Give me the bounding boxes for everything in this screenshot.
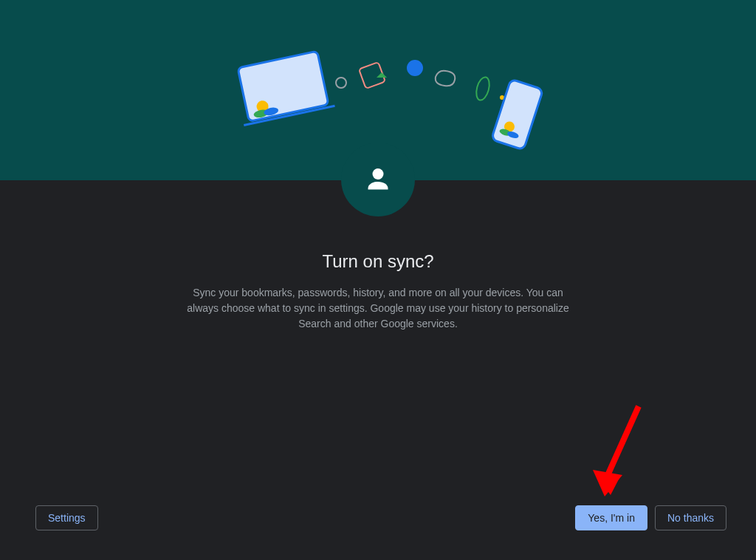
yes-button[interactable]: Yes, I'm in <box>575 505 647 530</box>
svg-rect-11 <box>491 79 543 150</box>
svg-point-15 <box>373 168 384 180</box>
dialog-content: Turn on sync? Sync your bookmarks, passw… <box>0 251 756 332</box>
person-icon <box>365 165 391 194</box>
dialog-title: Turn on sync? <box>15 251 741 272</box>
dialog-description: Sync your bookmarks, passwords, history,… <box>186 285 570 332</box>
svg-point-5 <box>336 78 346 88</box>
sync-illustration <box>193 24 563 157</box>
svg-point-8 <box>407 60 423 76</box>
avatar-circle <box>341 143 415 216</box>
svg-line-17 <box>605 406 639 480</box>
svg-marker-19 <box>593 470 622 496</box>
button-bar: Settings Yes, I'm in No thanks <box>35 505 726 530</box>
svg-point-9 <box>474 75 492 101</box>
svg-marker-7 <box>377 72 387 78</box>
settings-button[interactable]: Settings <box>35 505 98 530</box>
arrow-annotation-icon <box>587 399 653 502</box>
right-button-group: Yes, I'm in No thanks <box>575 505 726 530</box>
svg-marker-18 <box>594 473 620 495</box>
no-thanks-button[interactable]: No thanks <box>655 505 726 530</box>
